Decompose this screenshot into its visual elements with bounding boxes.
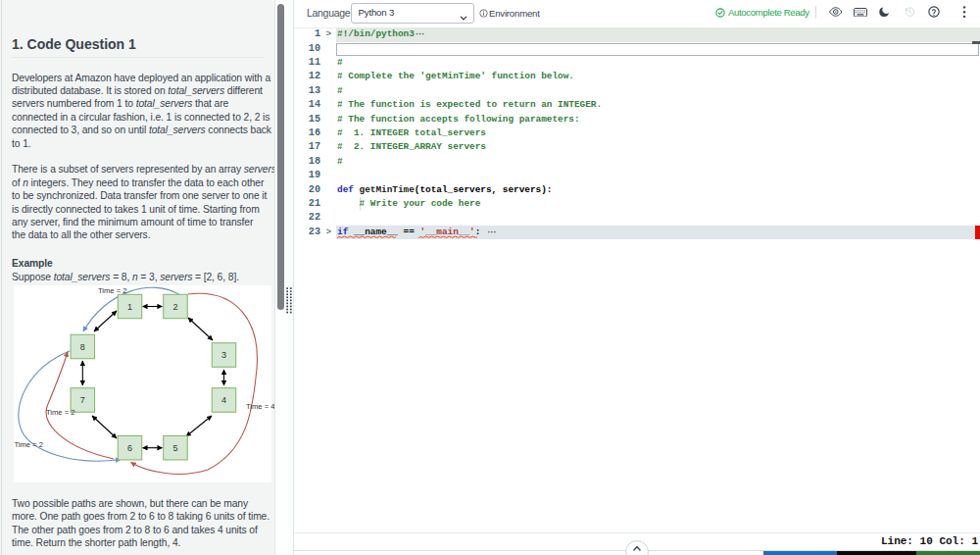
svg-text:2: 2 <box>172 302 177 312</box>
svg-text:5: 5 <box>172 443 177 453</box>
svg-text:6: 6 <box>127 443 132 453</box>
svg-text:4: 4 <box>221 395 226 405</box>
svg-text:1: 1 <box>127 302 132 312</box>
svg-text:Time = 2: Time = 2 <box>98 286 126 295</box>
svg-text:3: 3 <box>221 350 226 360</box>
svg-text:8: 8 <box>80 342 85 352</box>
svg-text:Time = 4: Time = 4 <box>246 402 274 411</box>
svg-text:Time = 2: Time = 2 <box>46 408 74 417</box>
svg-text:7: 7 <box>80 395 85 405</box>
svg-text:Time = 2: Time = 2 <box>15 440 43 449</box>
